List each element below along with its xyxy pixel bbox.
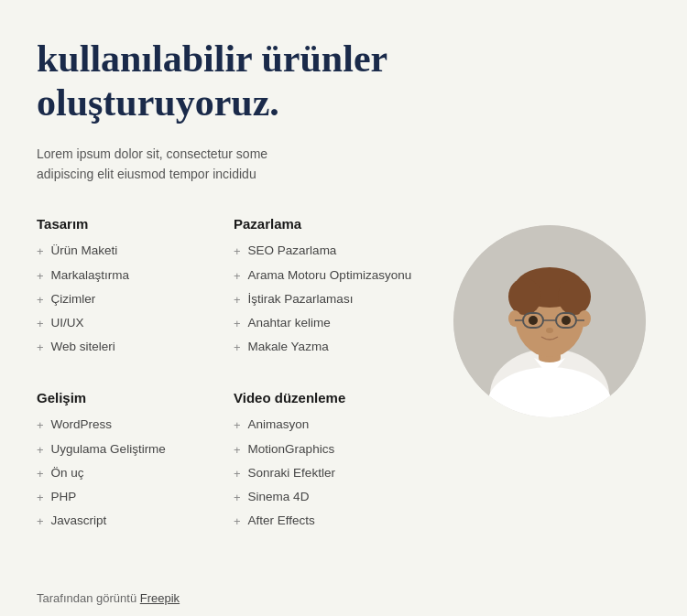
- list-item: +Sinema 4D: [234, 489, 431, 506]
- content-area: Tasarım+Ürün Maketi+Markalaştırma+Çiziml…: [37, 216, 650, 564]
- category-pazarlama: Pazarlama+SEO Pazarlama+Arama Motoru Opt…: [234, 216, 431, 362]
- plus-icon: +: [234, 490, 241, 506]
- list-item: +Markalaştırma: [37, 267, 234, 285]
- plus-icon: +: [37, 340, 44, 356]
- list-item-text: SEO Pazarlama: [248, 243, 337, 260]
- plus-icon: +: [234, 466, 241, 482]
- list-item: +Ön uç: [37, 465, 234, 482]
- list-item-text: WordPress: [51, 416, 113, 434]
- plus-icon: +: [37, 442, 44, 459]
- plus-icon: +: [37, 292, 44, 308]
- plus-icon: +: [234, 316, 241, 332]
- list-item: +PHP: [37, 489, 234, 506]
- svg-point-5: [508, 278, 541, 315]
- category-list-pazarlama: +SEO Pazarlama+Arama Motoru Optimizasyon…: [234, 243, 431, 356]
- plus-icon: +: [234, 292, 241, 308]
- list-item-text: UI/UX: [51, 315, 84, 332]
- list-item-text: Uygulama Geliştirme: [51, 441, 166, 459]
- list-item-text: Sinema 4D: [248, 489, 310, 506]
- category-title-pazarlama: Pazarlama: [234, 216, 431, 232]
- category-title-video: Video düzenleme: [234, 390, 431, 405]
- svg-point-15: [562, 316, 571, 325]
- plus-icon: +: [234, 268, 241, 285]
- list-item: +Animasyon: [234, 416, 431, 434]
- list-item: +Web siteleri: [37, 339, 234, 356]
- list-item-text: MotionGraphics: [248, 441, 335, 459]
- list-item: +Çizimler: [37, 291, 234, 308]
- list-item-text: Arama Motoru Optimizasyonu: [248, 267, 412, 285]
- list-item: +MotionGraphics: [234, 441, 431, 459]
- category-video: Video düzenleme+Animasyon+MotionGraphics…: [234, 390, 431, 536]
- image-area: [449, 216, 650, 564]
- category-list-video: +Animasyon+MotionGraphics+Sonraki Efektl…: [234, 416, 431, 530]
- list-item-text: After Effects: [248, 513, 315, 530]
- lists-area: Tasarım+Ürün Maketi+Markalaştırma+Çiziml…: [37, 216, 431, 564]
- list-item-text: İştirak Pazarlaması: [248, 291, 354, 308]
- plus-icon: +: [37, 268, 44, 285]
- svg-point-16: [546, 328, 553, 333]
- list-item-text: Web siteleri: [51, 339, 115, 356]
- category-list-gelisim: +WordPress+Uygulama Geliştirme+Ön uç+PHP…: [37, 416, 234, 530]
- list-item: +Javascript: [37, 513, 234, 530]
- category-gelisim: Gelişim+WordPress+Uygulama Geliştirme+Ön…: [37, 390, 234, 536]
- plus-icon: +: [37, 490, 44, 506]
- list-item: +Ürün Maketi: [37, 243, 234, 260]
- plus-icon: +: [234, 513, 241, 530]
- plus-icon: +: [37, 466, 44, 482]
- svg-point-14: [529, 316, 538, 325]
- list-item: +Uygulama Geliştirme: [37, 441, 234, 459]
- category-tasarim: Tasarım+Ürün Maketi+Markalaştırma+Çiziml…: [37, 216, 234, 362]
- list-item-text: Çizimler: [51, 291, 96, 308]
- category-title-tasarim: Tasarım: [37, 216, 234, 232]
- person-photo: [453, 225, 646, 417]
- list-item-text: Ön uç: [51, 465, 84, 482]
- list-item-text: Ürün Maketi: [51, 243, 118, 260]
- list-item: +UI/UX: [37, 315, 234, 332]
- plus-icon: +: [234, 442, 241, 459]
- page-title: kullanılabilir ürünler oluşturuyoruz.: [37, 37, 650, 125]
- list-item-text: Makale Yazma: [248, 339, 329, 356]
- list-item-text: Javascript: [51, 513, 107, 530]
- plus-icon: +: [37, 417, 44, 434]
- list-item: +WordPress: [37, 416, 234, 434]
- freepik-link[interactable]: Freepik: [140, 591, 180, 605]
- category-title-gelisim: Gelişim: [37, 390, 234, 405]
- svg-point-8: [578, 310, 591, 327]
- list-item: +Anahtar kelime: [234, 315, 431, 332]
- plus-icon: +: [234, 340, 241, 356]
- svg-point-6: [558, 278, 591, 315]
- plus-icon: +: [37, 316, 44, 332]
- subtitle: Lorem ipsum dolor sit, consectetur some …: [37, 144, 650, 185]
- plus-icon: +: [37, 513, 44, 530]
- footer: Tarafından görüntü Freepik: [37, 591, 650, 605]
- list-item: +Sonraki Efektler: [234, 465, 431, 482]
- category-list-tasarim: +Ürün Maketi+Markalaştırma+Çizimler+UI/U…: [37, 243, 234, 356]
- plus-icon: +: [234, 417, 241, 434]
- plus-icon: +: [37, 243, 44, 260]
- list-item: +Makale Yazma: [234, 339, 431, 356]
- list-item: +İştirak Pazarlaması: [234, 291, 431, 308]
- list-item-text: PHP: [51, 489, 77, 506]
- list-item: +Arama Motoru Optimizasyonu: [234, 267, 431, 285]
- plus-icon: +: [234, 243, 241, 260]
- list-item-text: Anahtar kelime: [248, 315, 331, 332]
- list-item-text: Sonraki Efektler: [248, 465, 335, 482]
- list-item: +After Effects: [234, 513, 431, 530]
- svg-point-7: [508, 310, 521, 327]
- list-item-text: Animasyon: [248, 416, 310, 434]
- list-item-text: Markalaştırma: [51, 267, 130, 285]
- list-item: +SEO Pazarlama: [234, 243, 431, 260]
